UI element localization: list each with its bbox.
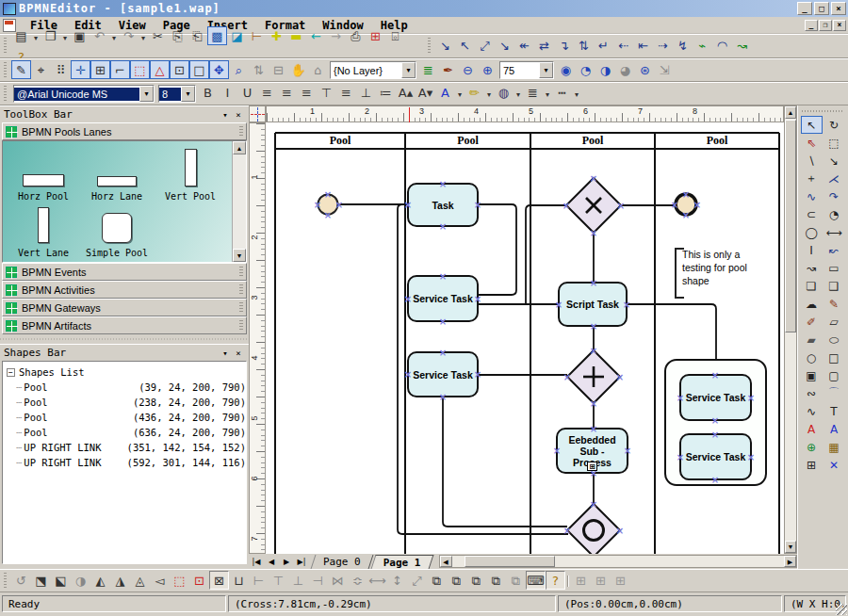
toolbar-grip[interactable]	[428, 38, 432, 55]
pool-header-1[interactable]: Pool	[275, 133, 405, 149]
print-setup-button[interactable]: ⌻	[385, 27, 405, 46]
line-tool[interactable]: ∖	[801, 152, 823, 170]
resize-grip[interactable]	[836, 604, 847, 615]
select-tool[interactable]: ↖	[801, 116, 823, 134]
polygon-tool[interactable]: ▱	[824, 313, 845, 331]
structure-button[interactable]: ⌂	[308, 60, 328, 79]
link-arc-button[interactable]: ◠	[712, 37, 732, 56]
zoom-actual-button[interactable]: ◉	[556, 61, 576, 80]
zoom-combo[interactable]: 75 ▾	[499, 61, 554, 79]
underline-button[interactable]: U	[237, 84, 257, 103]
curve-point-tool[interactable]: ⌒	[824, 384, 845, 402]
center-v-button[interactable]: ≎	[348, 571, 367, 590]
save-button[interactable]: ▣	[70, 26, 90, 45]
align-middle-button[interactable]: ≡	[336, 84, 356, 103]
send-backward-button[interactable]: ⧉	[486, 572, 506, 591]
maximize-button[interactable]: □	[814, 2, 829, 15]
picture-tool[interactable]: ▦	[824, 438, 845, 456]
vertical-scroll-thumb[interactable]	[785, 120, 796, 332]
panel-separator[interactable]	[0, 335, 249, 343]
font-grow-button[interactable]: A▴	[396, 84, 416, 103]
align-bottom-edge-button[interactable]: ⊥	[288, 571, 308, 590]
pool-header-3[interactable]: Pool	[530, 133, 655, 149]
scroll-up-icon[interactable]: ▲	[233, 141, 246, 154]
delete-tool[interactable]: ✕	[824, 456, 845, 474]
grid-settings-button[interactable]: ⊟	[269, 60, 288, 79]
polyline-tool[interactable]: ⋌	[824, 170, 845, 187]
text-tool[interactable]: T	[824, 402, 845, 420]
scroll-right-icon[interactable]: ▶	[784, 556, 796, 567]
same-height-button[interactable]: ↕	[387, 571, 407, 590]
diagram-canvas[interactable]: ××××××××××××××××××××××××××××××××××××××××…	[266, 122, 784, 554]
task-shapes[interactable]	[408, 184, 751, 479]
link-return-button[interactable]: ↵	[594, 37, 613, 56]
forward-button[interactable]: →	[326, 26, 346, 45]
nudge-right-button[interactable]: ⊞	[611, 571, 630, 590]
wordart-tool[interactable]: A	[824, 420, 845, 438]
link-elbow-button[interactable]: ↯	[673, 37, 693, 56]
toolbar-grip[interactable]	[4, 86, 8, 102]
fill-dropdown[interactable]: ▾	[514, 86, 523, 105]
shapes-tree-item[interactable]: ┄Pool(238, 24, 200, 790)	[7, 395, 246, 410]
mdi-close-button[interactable]: ×	[833, 20, 846, 31]
close-button[interactable]: ×	[831, 2, 846, 15]
font-color-button[interactable]: A	[435, 84, 455, 103]
select-area-button[interactable]: ⬚	[130, 60, 150, 79]
align-right-edge-button[interactable]: ⊣	[308, 571, 328, 590]
round-rect-line-tool[interactable]: ▭	[824, 259, 845, 277]
new-dropdown[interactable]: ▾	[31, 28, 41, 47]
highlight-dropdown[interactable]: ▾	[484, 86, 494, 105]
pick-box-button[interactable]: ⊡	[170, 60, 189, 79]
color-grid-button[interactable]: ⊞	[366, 26, 385, 45]
squiggle-tool[interactable]: ∿	[801, 402, 823, 420]
undo-dropdown[interactable]: ▾	[109, 28, 119, 47]
line-style-dropdown[interactable]: ▾	[572, 86, 581, 105]
same-size-button[interactable]: ⤢	[407, 572, 427, 591]
link-diag-button[interactable]: ⤢	[475, 37, 495, 56]
font-size-combo[interactable]: 8 ▾	[158, 85, 196, 103]
context-help-button[interactable]: ?	[546, 571, 565, 590]
square-tool[interactable]: ▣	[801, 366, 823, 384]
pool-header-2[interactable]: Pool	[405, 133, 530, 149]
link-corner-button[interactable]: ↴	[554, 37, 574, 56]
pie-tool[interactable]: ◔	[824, 205, 845, 223]
center-h-button[interactable]: ⋈	[328, 571, 348, 590]
bring-forward-button[interactable]: ⧉	[466, 572, 486, 591]
shape-edit-tool[interactable]: ⬚	[824, 134, 845, 152]
same-width-button[interactable]: ⟷	[367, 571, 387, 590]
toolbox-item-simple-pool[interactable]: Simple Pool	[80, 203, 154, 258]
zoom-width-button[interactable]: ◑	[595, 61, 615, 80]
closed-shape-tool[interactable]: ▰	[801, 331, 823, 349]
link-zigzag-button[interactable]: ⇠	[613, 37, 633, 56]
keyboard-button[interactable]: ⌨	[526, 571, 546, 590]
font-shrink-button[interactable]: A▾	[416, 84, 435, 103]
layer-color-button[interactable]: ✒	[438, 61, 458, 80]
flip-half-button[interactable]: ◑	[71, 571, 90, 590]
rect-tool[interactable]: □	[824, 349, 845, 366]
font-color-dropdown[interactable]: ▾	[455, 86, 465, 105]
copy-button[interactable]: ⎘	[168, 27, 188, 46]
tree-collapse-icon[interactable]: −	[7, 368, 15, 377]
fill-button[interactable]: ◍	[494, 84, 514, 103]
frame-select-button[interactable]: ⬚	[170, 571, 189, 590]
triangle-button[interactable]: △	[150, 60, 170, 79]
scroll-down-icon[interactable]: ▼	[785, 541, 796, 553]
align-top-edge-button[interactable]: ⊤	[269, 571, 288, 590]
section-bpmn-events[interactable]: BPMN Events	[2, 263, 247, 281]
page-tab-1[interactable]: Page 1	[370, 555, 433, 569]
insert-picture-button[interactable]: ▩	[207, 26, 227, 45]
first-page-button[interactable]: |◀	[249, 555, 264, 568]
add-select-tool[interactable]: ⇖	[801, 134, 823, 152]
pool-header-4[interactable]: Pool	[655, 133, 779, 149]
align-left-edge-button[interactable]: ⊢	[249, 571, 269, 590]
circle-tool[interactable]: ○	[801, 349, 823, 366]
layers-button[interactable]: ≣	[418, 61, 438, 80]
shapes-tree-item[interactable]: ┄Pool(436, 24, 200, 790)	[7, 410, 246, 425]
link-wave-button[interactable]: ⌁	[693, 37, 712, 56]
insert-object-button[interactable]: ◪	[227, 26, 247, 45]
horizontal-scroll-thumb[interactable]	[465, 556, 555, 567]
arc-arrow-tool[interactable]: ↷	[824, 187, 845, 205]
cut-button[interactable]: ✂	[148, 26, 168, 45]
text-annotation[interactable]: This is only a testing for pool shape	[675, 248, 756, 299]
toolbox-item-horz-lane[interactable]: Horz Lane	[80, 147, 154, 202]
